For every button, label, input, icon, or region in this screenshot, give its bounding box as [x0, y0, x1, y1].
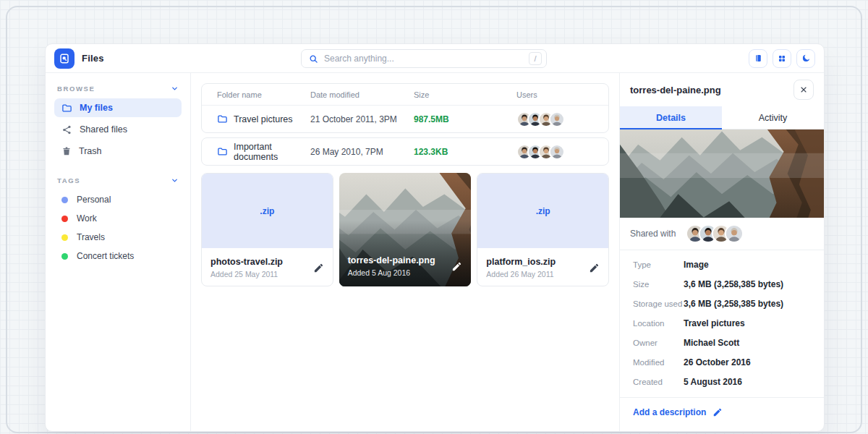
tag-dot-icon — [61, 216, 68, 222]
close-icon — [799, 85, 808, 94]
pencil-icon — [451, 261, 462, 272]
tag-item-work[interactable]: Work — [54, 209, 182, 228]
tab-activity[interactable]: Activity — [722, 106, 824, 129]
pencil-icon — [589, 263, 600, 273]
column-header-size: Size — [414, 90, 516, 99]
detail-row-owner: Owner Michael Scott — [630, 333, 814, 352]
edit-button[interactable] — [451, 261, 462, 272]
user-avatars — [516, 144, 608, 160]
tag-label: Travels — [77, 232, 105, 242]
topbar-actions — [749, 49, 815, 68]
pencil-icon — [313, 263, 324, 273]
add-description-button[interactable]: Add a description — [620, 398, 824, 427]
close-panel-button[interactable] — [793, 80, 814, 100]
sidebar-item-label: Trash — [79, 146, 102, 156]
folder-size: 123.3KB — [414, 147, 516, 157]
chevron-down-icon[interactable] — [171, 176, 179, 184]
shared-with-row: Shared with — [620, 218, 824, 250]
folder-size: 987.5MB — [414, 114, 516, 124]
folder-icon — [61, 103, 72, 114]
detail-row-location: Location Travel pictures — [630, 313, 814, 333]
tag-item-personal[interactable]: Personal — [54, 190, 182, 209]
pencil-icon — [712, 407, 723, 417]
table-header: Folder name Date modified Size Users — [202, 84, 608, 106]
share-icon — [61, 124, 72, 135]
tags-section: TAGS Personal Work Travels — [54, 176, 182, 265]
file-details-list: Type Image Size 3,6 MB (3,258,385 bytes)… — [620, 250, 824, 398]
sidebar-item-label: My files — [80, 103, 113, 113]
file-name: platform_ios.zip — [486, 257, 556, 267]
detail-row-storage-used: Storage used 3,6 MB (3,258,385 bytes) — [630, 294, 814, 313]
grid-view-button[interactable] — [773, 49, 791, 68]
browse-section-label: BROWSE — [57, 85, 95, 93]
search-input[interactable] — [324, 54, 529, 64]
folder-table-card: Folder name Date modified Size Users Tra… — [201, 83, 609, 133]
file-card-platform-ios-zip[interactable]: .zip platform_ios.zip Added 26 May 2011 — [477, 173, 609, 286]
folder-name: Travel pictures — [234, 114, 293, 124]
column-header-users: Users — [516, 90, 608, 99]
file-card-photos-travel-zip[interactable]: .zip photos-travel.zip Added 25 May 2011 — [201, 173, 333, 286]
tag-dot-icon — [61, 197, 68, 203]
file-card-torres-del-paine-png[interactable]: torres-del-paine.png Added 5 Aug 2016 — [339, 173, 472, 286]
avatar — [549, 144, 565, 160]
detail-row-type: Type Image — [630, 255, 814, 274]
top-bar: Files / — [46, 44, 824, 73]
table-row-important-documents[interactable]: Important documents 26 May 2010, 7PM 123… — [202, 138, 608, 165]
tag-item-concert-tickets[interactable]: Concert tickets — [54, 247, 182, 265]
tab-details[interactable]: Details — [620, 106, 722, 129]
detail-row-created: Created 5 August 2016 — [630, 372, 814, 391]
image-preview — [620, 129, 824, 218]
tag-label: Concert tickets — [77, 251, 134, 261]
tags-section-label: TAGS — [57, 176, 80, 184]
folder-icon — [217, 114, 228, 124]
trash-icon — [61, 146, 72, 156]
details-panel: torres-del-paine.png Details Activity Sh… — [619, 73, 824, 431]
avatar — [725, 224, 744, 243]
shared-with-label: Shared with — [630, 229, 676, 239]
dark-mode-button[interactable] — [796, 49, 815, 68]
file-added-date: Added 25 May 2011 — [210, 270, 283, 278]
add-description-label: Add a description — [633, 407, 706, 417]
edit-button[interactable] — [589, 263, 600, 273]
bookmark-button[interactable] — [749, 49, 767, 68]
browse-section-header: BROWSE — [54, 85, 182, 93]
edit-button[interactable] — [313, 263, 324, 273]
tag-label: Personal — [77, 195, 111, 205]
zip-badge: .zip — [202, 174, 333, 248]
search-shortcut-badge: / — [529, 52, 542, 65]
sidebar-item-shared-files[interactable]: Shared files — [54, 120, 182, 139]
column-header-folder-name: Folder name — [217, 90, 310, 99]
folder-name: Important documents — [234, 142, 310, 162]
app-logo — [54, 48, 75, 69]
user-avatars — [516, 111, 608, 127]
detail-row-size: Size 3,6 MB (3,258,385 bytes) — [630, 274, 814, 294]
file-name: photos-travel.zip — [210, 257, 283, 267]
file-cards-row: .zip photos-travel.zip Added 25 May 2011 — [201, 173, 609, 286]
moon-icon — [801, 54, 811, 63]
sidebar-item-my-files[interactable]: My files — [54, 98, 182, 117]
bookmark-icon — [754, 54, 763, 63]
sidebar-item-trash[interactable]: Trash — [54, 142, 182, 161]
file-search-icon — [59, 53, 70, 64]
search-bar[interactable]: / — [301, 49, 547, 68]
date-modified: 26 May 2010, 7PM — [310, 147, 414, 157]
tag-label: Work — [77, 213, 97, 224]
detail-row-modified: Modified 26 October 2016 — [630, 352, 814, 372]
column-header-date-modified: Date modified — [310, 90, 414, 99]
folder-table-card: Important documents 26 May 2010, 7PM 123… — [201, 137, 609, 166]
panel-tabs: Details Activity — [620, 106, 824, 129]
sidebar-item-label: Shared files — [80, 124, 127, 135]
table-row-travel-pictures[interactable]: Travel pictures 21 October 2011, 3PM 987… — [202, 106, 608, 132]
file-name: torres-del-paine.png — [348, 255, 435, 265]
tags-section-header: TAGS — [54, 176, 182, 184]
page-title: Files — [82, 53, 104, 64]
files-app-window: Files / — [45, 43, 825, 432]
zip-badge: .zip — [477, 174, 608, 248]
grid-icon — [778, 54, 786, 63]
panel-title: torres-del-paine.png — [630, 85, 721, 95]
tag-item-travels[interactable]: Travels — [54, 228, 182, 247]
tag-dot-icon — [61, 253, 68, 260]
search-icon — [309, 54, 318, 64]
chevron-down-icon[interactable] — [171, 85, 179, 93]
file-added-date: Added 5 Aug 2016 — [348, 268, 435, 277]
